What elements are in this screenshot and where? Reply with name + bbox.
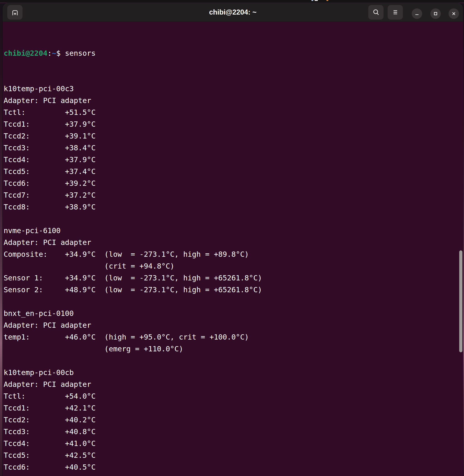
terminal-line: Tccd3: +40.8°C	[4, 426, 458, 437]
terminal-window: chibi@2204: ~	[2, 3, 463, 476]
prompt-line: chibi@2204:~$ sensors	[4, 47, 458, 59]
terminal-line: Tccd6: +39.2°C	[4, 177, 458, 189]
desktop-top-bar-edge	[0, 0, 464, 2]
terminal-line	[4, 355, 458, 367]
terminal-line: Adapter: PCI adapter	[4, 95, 458, 107]
terminal-line: k10temp-pci-00c3	[4, 83, 458, 95]
close-button[interactable]	[449, 9, 459, 19]
prompt-separator: :	[48, 49, 52, 58]
terminal-line: Adapter: PCI adapter	[4, 319, 458, 331]
terminal-line: k10temp-pci-00cb	[4, 367, 458, 379]
menu-button[interactable]	[388, 5, 403, 19]
terminal-output: k10temp-pci-00c3Adapter: PCI adapterTctl…	[4, 83, 458, 476]
maximize-button[interactable]	[430, 9, 441, 19]
terminal-line: Tccd2: +40.2°C	[4, 414, 458, 426]
terminal-line: Tccd5: +37.4°C	[4, 165, 458, 177]
window-title: chibi@2204: ~	[209, 8, 257, 16]
terminal-line: Tccd3: +38.4°C	[4, 142, 458, 154]
terminal-line: Sensor 2: +48.9°C (low = -273.1°C, high …	[4, 284, 458, 296]
terminal-line: Adapter: PCI adapter	[4, 379, 458, 390]
terminal-line: Composite: +34.9°C (low = -273.1°C, high…	[4, 248, 458, 260]
terminal-line: Tccd4: +41.0°C	[4, 437, 458, 449]
search-icon	[371, 8, 381, 17]
new-tab-icon	[10, 8, 19, 17]
prompt-path: ~	[52, 49, 56, 58]
search-button[interactable]	[368, 5, 384, 19]
maximize-icon	[432, 10, 439, 17]
terminal-line: nvme-pci-6100	[4, 225, 458, 236]
terminal-line: Tccd1: +42.1°C	[4, 402, 458, 414]
scrollbar-thumb[interactable]	[459, 250, 462, 352]
terminal-line	[4, 296, 458, 308]
terminal-line: Tccd5: +42.5°C	[4, 449, 458, 461]
terminal-line: temp1: +46.0°C (high = +95.0°C, crit = +…	[4, 331, 458, 343]
terminal-line: Tctl: +54.0°C	[4, 390, 458, 402]
terminal-line: Tccd4: +37.9°C	[4, 154, 458, 165]
top-bar-icon-fragment	[311, 0, 313, 1]
minimize-icon	[414, 10, 420, 17]
terminal-line: Tccd2: +39.1°C	[4, 130, 458, 142]
terminal-line: Tctl: +51.5°C	[4, 107, 458, 118]
terminal-line	[4, 213, 458, 225]
top-bar-icon-fragment	[315, 0, 318, 1]
menu-icon	[391, 8, 400, 17]
terminal-line: bnxt_en-pci-0100	[4, 308, 458, 319]
terminal-line: Tccd8: +38.9°C	[4, 201, 458, 213]
terminal-line: Sensor 1: +34.9°C (low = -273.1°C, high …	[4, 272, 458, 284]
terminal-line: (emerg = +110.0°C)	[4, 343, 458, 355]
top-bar-icon-fragment	[327, 0, 328, 1]
terminal-line: Adapter: PCI adapter	[4, 236, 458, 248]
terminal-line: Tccd6: +40.5°C	[4, 461, 458, 473]
prompt-command: sensors	[65, 49, 96, 58]
terminal-line: (crit = +94.8°C)	[4, 260, 458, 272]
terminal-line: Tccd7: +37.2°C	[4, 189, 458, 201]
close-icon	[450, 10, 457, 17]
new-tab-button[interactable]	[7, 5, 22, 19]
terminal-screen[interactable]: chibi@2204:~$ sensors k10temp-pci-00c3Ad…	[2, 22, 463, 476]
title-bar[interactable]: chibi@2204: ~	[2, 3, 463, 22]
terminal-line: Tccd1: +37.9°C	[4, 118, 458, 130]
minimize-button[interactable]	[412, 9, 422, 19]
terminal-line: Tccd7: +41.1°C	[4, 473, 458, 476]
terminal-text: chibi@2204:~$ sensors k10temp-pci-00c3Ad…	[4, 24, 458, 476]
prompt-symbol: $	[56, 49, 65, 58]
prompt-user-host: chibi@2204	[4, 49, 48, 58]
